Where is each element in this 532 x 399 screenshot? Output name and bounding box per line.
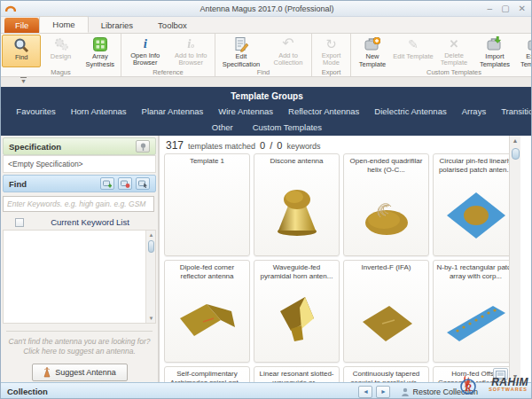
delete-template-button[interactable]: ✕ Delete Template: [434, 35, 474, 67]
collection-next-button[interactable]: ►: [376, 386, 390, 398]
template-card[interactable]: Inverted-F (IFA): [343, 260, 429, 363]
thumb-blank: [165, 178, 249, 253]
nav-item-favourites[interactable]: Favourites: [16, 106, 55, 116]
add-to-collection-button[interactable]: ↶ Add to Collection: [266, 35, 310, 67]
template-card[interactable]: Open-ended quadrifilar helix (O-C...: [343, 153, 429, 256]
keyword-list: ▲ ▼: [3, 230, 156, 324]
template-groups-row2: Other Custom Templates: [1, 122, 532, 132]
keywords-separator: /: [270, 140, 272, 151]
suggest-hint-line1: Can't find the antenna you are looking f…: [6, 331, 153, 347]
nav-item-custom-templates[interactable]: Custom Templates: [253, 122, 323, 132]
export-templates-button[interactable]: Export Templates: [515, 35, 532, 67]
template-card[interactable]: Self-complimentary Archimedes spiral ant…: [164, 366, 250, 382]
scroll-down-icon[interactable]: ▼: [510, 372, 520, 382]
thumb-corner-reflector: [165, 285, 249, 359]
ribbon-group-reference: i Open Info Browser io Add to Info Brows…: [121, 34, 215, 76]
scroll-down-icon[interactable]: ▼: [146, 314, 156, 323]
collection-bar: Collection ◄ ► Restore Collection: [1, 382, 532, 399]
case-import-icon: [486, 36, 504, 52]
edit-spec-icon: [233, 36, 249, 52]
template-card[interactable]: Discone antenna: [254, 153, 340, 256]
page-view-icon: [496, 371, 505, 379]
ribbon-group-label: Find: [215, 68, 311, 76]
keyword-cursor-icon: [138, 180, 148, 188]
title-bar: Antenna Magus 2017.0 (Professional) – ▢ …: [1, 1, 532, 17]
nav-item-all[interactable]: All: [0, 106, 1, 116]
nav-item-other[interactable]: Other: [212, 122, 233, 132]
matched-label: templates matched: [188, 142, 255, 151]
select-keyword-button[interactable]: [136, 177, 150, 190]
keywords-total: 0: [277, 140, 282, 151]
add-to-info-browser-button[interactable]: io Add to Info Browser: [168, 35, 215, 67]
nav-item-planar-antennas[interactable]: Planar Antennas: [142, 106, 204, 116]
suggest-hint-line2[interactable]: Click here to suggest an antenna.: [1, 347, 158, 356]
keyword-list-scrollbar[interactable]: ▲ ▼: [145, 231, 155, 323]
nav-item-transitions[interactable]: Transitions: [501, 106, 532, 116]
thumb-circular-patch: [434, 178, 518, 253]
case-plus-icon: [364, 36, 381, 52]
template-card[interactable]: Dipole-fed corner reflector antenna: [164, 260, 250, 363]
template-card[interactable]: Waveguide-fed pyramidal horn anten...: [254, 260, 340, 363]
restore-collection-button[interactable]: Restore Collection: [401, 387, 478, 396]
scroll-up-icon[interactable]: ▲: [510, 136, 520, 146]
specification-pin-button[interactable]: [136, 140, 150, 153]
restore-collection-label: Restore Collection: [412, 387, 478, 396]
magnifier-icon: [13, 37, 29, 53]
view-options-button[interactable]: [493, 368, 508, 380]
edit-specification-button[interactable]: Edit Specification: [216, 35, 266, 67]
ribbon-group-label: Reference: [121, 68, 215, 76]
ribbon-collapse-icon[interactable]: ▼: [20, 77, 27, 85]
template-groups-title: Template Groups: [1, 87, 532, 101]
scrollbar-thumb[interactable]: [512, 148, 520, 160]
cross-icon: ✕: [450, 36, 459, 51]
tab-file[interactable]: File: [4, 18, 39, 33]
add-keyword-button[interactable]: [100, 177, 114, 190]
new-template-button[interactable]: New Template: [352, 35, 393, 67]
keyword-search-input[interactable]: [3, 196, 154, 212]
scrollbar-thumb[interactable]: [148, 240, 154, 253]
antenna-icon: [43, 367, 51, 378]
results-scrollbar[interactable]: ▲ ▼: [509, 136, 520, 382]
template-card[interactable]: Circular pin-fed linearly polarised patc…: [433, 153, 519, 256]
ribbon-group-export: ↻ Export Mode Export: [312, 34, 351, 76]
undo-arrow-icon: ↶: [282, 36, 293, 51]
find-button[interactable]: Find: [2, 35, 41, 67]
suggest-antenna-button[interactable]: Suggest Antenna: [32, 364, 128, 381]
current-keyword-label: Current Keyword List: [24, 217, 156, 227]
template-groups-navbar: Template Groups All Favourites Horn Ante…: [1, 87, 532, 136]
application-window: Antenna Magus 2017.0 (Professional) – ▢ …: [0, 0, 532, 399]
design-button[interactable]: Design: [41, 35, 80, 67]
import-templates-button[interactable]: Import Templates: [474, 35, 515, 67]
sidebar: Specification <Empty Specification> Find: [1, 136, 160, 382]
collection-prev-button[interactable]: ◄: [358, 386, 372, 398]
nav-item-horn-antennas[interactable]: Horn Antennas: [71, 106, 127, 116]
current-keyword-checkbox[interactable]: [15, 218, 24, 227]
export-mode-button[interactable]: ↻ Export Mode: [313, 35, 349, 67]
nav-item-arrays[interactable]: Arrays: [462, 106, 486, 116]
template-card[interactable]: Linear resonant slotted-waveguide ar...: [254, 366, 340, 382]
ribbon-group-custom-templates: New Template ✎ Edit Template ✕ Delete Te…: [351, 34, 532, 76]
tab-libraries[interactable]: Libraries: [89, 18, 145, 33]
ribbon-group-label: Magus: [1, 68, 121, 76]
keywords-current: 0: [260, 140, 265, 151]
results-header: 317 templates matched 0 / 0 keywords: [161, 136, 520, 152]
nav-item-dielectric-antennas[interactable]: Dielectric Antennas: [374, 106, 446, 116]
template-card[interactable]: Template 1: [164, 153, 250, 256]
tab-home[interactable]: Home: [39, 16, 88, 33]
edit-template-button[interactable]: ✎ Edit Template: [393, 35, 434, 67]
find-title: Find: [9, 179, 27, 189]
scroll-up-icon[interactable]: ▲: [146, 231, 156, 239]
info-icon: i: [144, 36, 147, 51]
info-add-icon: io: [187, 36, 194, 51]
remove-keyword-button[interactable]: [118, 177, 132, 190]
thumb-inverted-f: [344, 285, 428, 359]
find-header: Find: [3, 175, 156, 192]
collection-title: Collection: [1, 387, 48, 396]
nav-item-wire-antennas[interactable]: Wire Antennas: [218, 106, 273, 116]
open-info-browser-button[interactable]: i Open Info Browser: [122, 35, 168, 67]
nav-item-reflector-antennas[interactable]: Reflector Antennas: [288, 106, 359, 116]
tab-toolbox[interactable]: Toolbox: [145, 18, 200, 33]
template-card[interactable]: Continuously tapered coaxial to parallel…: [343, 366, 429, 382]
template-card[interactable]: N-by-1 rectangular patch array with corp…: [433, 260, 519, 363]
array-synthesis-button[interactable]: Array Synthesis: [81, 35, 120, 67]
